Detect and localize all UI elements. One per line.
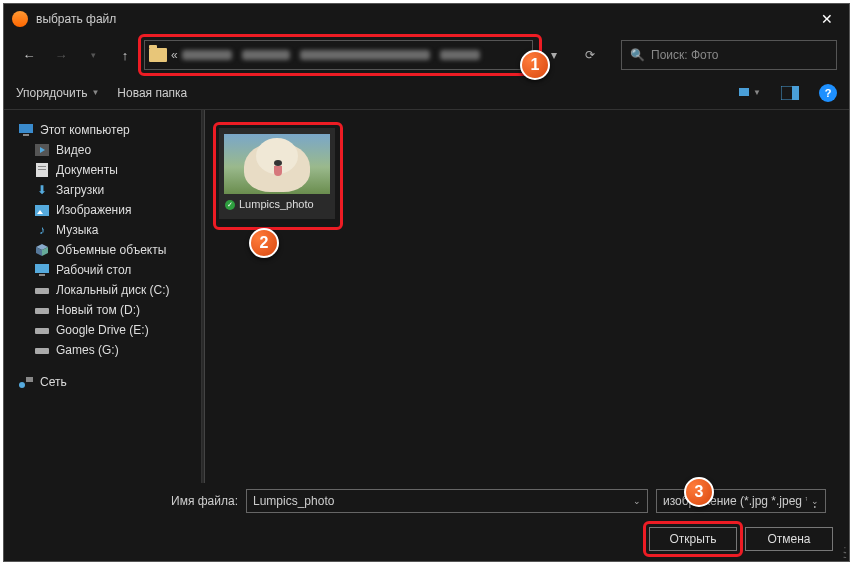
new-folder-label: Новая папка [117, 86, 187, 100]
preview-pane-button[interactable] [779, 84, 801, 102]
svg-point-23 [19, 382, 25, 388]
sidebar-item-drive-g[interactable]: Games (G:) [4, 340, 201, 360]
svg-rect-5 [19, 124, 33, 133]
nav-row: ← → ▾ ↑ « ▾ ⟳ 🔍 Поиск: Фото [4, 34, 849, 76]
filename-input[interactable]: Lumpics_photo ⌄ [246, 489, 648, 513]
sidebar-item-pictures[interactable]: Изображения [4, 200, 201, 220]
refresh-button[interactable]: ⟳ [575, 40, 605, 70]
chevron-down-icon: ▼ [91, 88, 99, 97]
video-icon [34, 143, 50, 157]
drive-icon [34, 303, 50, 317]
svg-rect-19 [35, 288, 49, 294]
svg-rect-21 [35, 328, 49, 334]
filename-row: Имя файла: Lumpics_photo ⌄ изображение (… [4, 481, 849, 521]
drive-icon [34, 323, 50, 337]
svg-rect-24 [26, 377, 33, 382]
file-list[interactable]: ✓ Lumpics_photo 2 [205, 110, 849, 483]
network-icon [18, 375, 34, 389]
svg-rect-20 [35, 308, 49, 314]
close-button[interactable]: ✕ [804, 4, 849, 34]
sidebar: Этот компьютер Видео Документы ⬇Загрузки… [4, 110, 202, 483]
new-folder-button[interactable]: Новая папка [117, 86, 187, 100]
button-row: Открыть Отмена [4, 521, 849, 561]
sidebar-item-video[interactable]: Видео [4, 140, 201, 160]
svg-rect-11 [38, 169, 46, 170]
sync-check-icon: ✓ [225, 200, 235, 210]
up-button[interactable]: ↑ [112, 42, 138, 68]
sidebar-label: Этот компьютер [40, 123, 130, 137]
sidebar-item-music[interactable]: ♪Музыка [4, 220, 201, 240]
sidebar-this-pc[interactable]: Этот компьютер [4, 120, 201, 140]
breadcrumb-overflow: « [171, 48, 178, 62]
sidebar-item-desktop[interactable]: Рабочий стол [4, 260, 201, 280]
search-icon: 🔍 [630, 48, 645, 62]
help-button[interactable]: ? [819, 84, 837, 102]
drive-icon [34, 283, 50, 297]
chevron-down-icon: ⌄ [633, 496, 641, 506]
organize-label: Упорядочить [16, 86, 87, 100]
file-dialog-window: выбрать файл ✕ ← → ▾ ↑ « ▾ ⟳ 🔍 Пои [3, 3, 850, 562]
svg-rect-10 [38, 166, 46, 167]
documents-icon [34, 163, 50, 177]
thumbnail-image [224, 134, 330, 194]
sidebar-item-documents[interactable]: Документы [4, 160, 201, 180]
breadcrumb [182, 50, 480, 60]
callout-2: 2 [249, 228, 279, 258]
address-bar[interactable]: « [144, 40, 533, 70]
downloads-icon: ⬇ [34, 183, 50, 197]
svg-rect-22 [35, 348, 49, 354]
svg-rect-0 [739, 88, 749, 96]
callout-3: 3 [684, 477, 714, 507]
chevron-down-icon: ▼ [753, 88, 761, 97]
cancel-button[interactable]: Отмена [745, 527, 833, 551]
svg-rect-18 [39, 274, 45, 276]
search-input[interactable]: 🔍 Поиск: Фото [621, 40, 837, 70]
desktop-icon [34, 263, 50, 277]
sidebar-item-drive-d[interactable]: Новый том (D:) [4, 300, 201, 320]
pc-icon [18, 123, 34, 137]
pictures-icon [34, 203, 50, 217]
app-icon [12, 11, 28, 27]
chevron-down-icon: ⌄ [807, 496, 819, 506]
sidebar-item-drive-c[interactable]: Локальный диск (C:) [4, 280, 201, 300]
folder-icon [149, 48, 167, 62]
resize-grip[interactable]: .:.:: [843, 547, 845, 557]
sidebar-item-3d[interactable]: Объемные объекты [4, 240, 201, 260]
titlebar: выбрать файл ✕ [4, 4, 849, 34]
view-mode-button[interactable]: ▼ [739, 84, 761, 102]
file-type-filter[interactable]: изображение (*.jpg *.jpeg *.png) ⌄ [656, 489, 826, 513]
callout-1: 1 [520, 50, 550, 80]
back-button[interactable]: ← [16, 42, 42, 68]
cube-icon [34, 243, 50, 257]
search-placeholder: Поиск: Фото [651, 48, 719, 62]
organize-button[interactable]: Упорядочить ▼ [16, 86, 99, 100]
svg-rect-6 [23, 134, 29, 136]
toolbar: Упорядочить ▼ Новая папка ▼ ? [4, 76, 849, 110]
filename-value: Lumpics_photo [253, 494, 334, 508]
svg-rect-4 [792, 86, 799, 100]
sidebar-item-drive-e[interactable]: Google Drive (E:) [4, 320, 201, 340]
drive-icon [34, 343, 50, 357]
filename-label: Имя файла: [20, 494, 238, 508]
svg-rect-12 [35, 205, 49, 216]
music-icon: ♪ [34, 223, 50, 237]
file-thumbnail[interactable]: ✓ Lumpics_photo [219, 128, 335, 219]
svg-rect-17 [35, 264, 49, 273]
sidebar-item-downloads[interactable]: ⬇Загрузки [4, 180, 201, 200]
forward-button[interactable]: → [48, 42, 74, 68]
file-name-label: Lumpics_photo [239, 198, 314, 211]
window-title: выбрать файл [36, 12, 804, 26]
sidebar-network[interactable]: Сеть [4, 372, 201, 392]
open-button[interactable]: Открыть [649, 527, 737, 551]
recent-dropdown[interactable]: ▾ [80, 42, 106, 68]
